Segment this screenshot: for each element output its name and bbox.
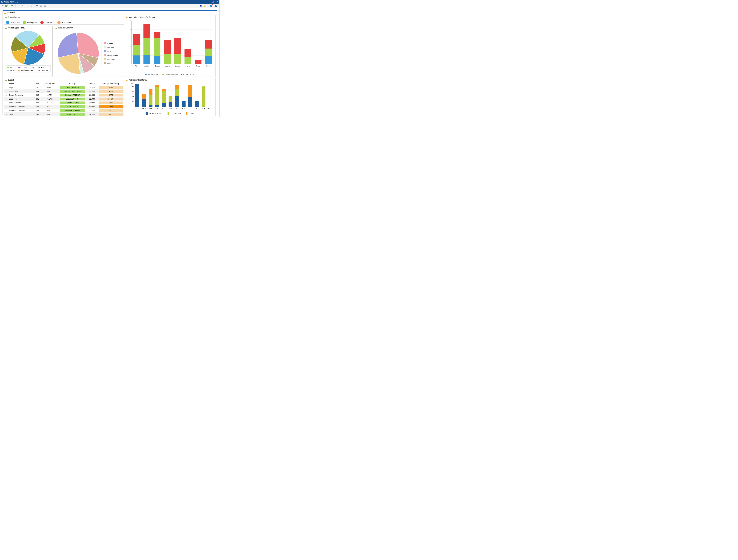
legend-item: Repair: [7, 69, 16, 71]
table-row[interactable]: 6Hampton Commons74305/20/21Kevin MARTIN$…: [4, 105, 124, 109]
x-tick: FEB: [142, 108, 146, 110]
window-close-button[interactable]: ✕: [217, 1, 218, 3]
undo-button[interactable]: ↶: [17, 4, 20, 7]
cell-index: 7: [4, 109, 8, 112]
legend-item: Belgium: [104, 46, 118, 48]
panel-more-button[interactable]: ···: [120, 27, 122, 29]
legend-item: Others: [104, 62, 118, 64]
cell-hours: 894: [34, 89, 41, 93]
help-button[interactable]: ?: [215, 4, 218, 7]
reports-more-button[interactable]: ···: [213, 12, 215, 14]
main-toolbar: ▭ + ⟳ ↶ ↷ ⬚ ⎙ ⚙ 🛒 🛒 🔑 👥 ?: [0, 4, 219, 8]
legend-label: Belgium: [107, 46, 114, 48]
bar-group: Johnny: [172, 21, 183, 64]
cell-manager: Antoine ROUSSEAU: [59, 89, 86, 93]
bar-segment: [195, 60, 202, 64]
column-header[interactable]: # H: [34, 82, 41, 86]
window-maximize-button[interactable]: ☐: [212, 1, 214, 3]
bar-segment: [205, 49, 212, 56]
print-button[interactable]: ⎙: [30, 4, 33, 7]
chart-icon: [5, 79, 7, 81]
bar-group: FEB: [141, 84, 147, 107]
column-header[interactable]: [4, 82, 8, 86]
column-header[interactable]: Budget: [86, 82, 98, 86]
bar-segment: [148, 89, 152, 95]
y-tick: 25: [132, 101, 134, 103]
table-row[interactable]: 4Seattle Pines63105/24/21Jacques SIMON$1…: [4, 97, 124, 101]
bar-segment: [143, 24, 150, 38]
settings-button[interactable]: ⚙: [36, 4, 39, 7]
bar-group: Kevin: [183, 21, 193, 64]
legend-item: COMPLETED: [180, 73, 195, 76]
x-tick: AUG: [182, 108, 186, 110]
cell-name: Jubilee Square: [8, 101, 34, 105]
panel-more-button[interactable]: ···: [120, 79, 122, 81]
bar-segment: [164, 40, 171, 54]
legend-label: Completed: [45, 21, 54, 24]
bar-group: Alice: [131, 21, 142, 64]
page-title: Reports: [7, 11, 15, 14]
y-tick: 0: [131, 63, 131, 65]
panel-more-button[interactable]: ···: [120, 16, 122, 18]
bar-segment: [168, 96, 172, 102]
column-header[interactable]: Name: [8, 82, 34, 86]
add-button[interactable]: +: [5, 4, 8, 7]
column-header[interactable]: Budget Remaining: [98, 82, 124, 86]
display-button[interactable]: ⬚: [26, 4, 29, 7]
bar-segment: [155, 87, 159, 105]
legend-label: WORK ON SITE: [149, 112, 163, 115]
window-minimize-button[interactable]: —: [207, 1, 209, 3]
legend-item: Support: [7, 66, 16, 69]
table-row[interactable]: 2Kilgore Mall89405/16/21Antoine ROUSSEAU…: [4, 89, 124, 93]
panel-more-button[interactable]: ···: [212, 79, 214, 81]
notification-icon[interactable]: 👥: [209, 4, 213, 7]
table-row[interactable]: 1Napa76105/13/21Alice GUERON$5,0004591: [4, 86, 124, 89]
x-tick: Johnny: [175, 65, 180, 67]
legend-item: IN PROGRESS: [162, 73, 178, 76]
x-tick: JAN: [136, 108, 139, 110]
cell-budget: $5,000: [86, 86, 98, 89]
cell-manager: Jacques SIMON: [59, 97, 86, 101]
cell-index: 3: [4, 93, 8, 97]
cell-name: Jersey Commons: [8, 93, 34, 97]
legend-label: Others: [107, 62, 113, 64]
bar-segment: [182, 101, 186, 107]
cell-index: 2: [4, 89, 8, 93]
table-row[interactable]: 3Jersey Commons89505/27/21Hassan LECLERC…: [4, 93, 124, 97]
table-row[interactable]: 7Hampton Commons74305/20/21Maria BEAUMON…: [4, 109, 124, 112]
cell-name: Kilgore Mall: [8, 89, 34, 93]
legend-item: Germany: [104, 58, 118, 60]
bar-segment: [154, 32, 160, 38]
bar-group: MAY: [160, 84, 167, 107]
table-row[interactable]: 8Napa14305/16/21Sylvia CORTEZ$4,500881: [4, 112, 124, 116]
legend-label: Scheduled: [10, 21, 19, 24]
legend-item: Netherlands: [104, 54, 118, 56]
bar-segment: [184, 49, 191, 57]
redo-button[interactable]: ↷: [20, 4, 24, 7]
swatch-icon: [104, 42, 106, 44]
refresh-button[interactable]: ⟳: [11, 4, 14, 7]
cart-in-button[interactable]: 🛒: [40, 4, 43, 7]
panel-more-button[interactable]: ···: [49, 27, 51, 29]
swatch-icon: [40, 21, 44, 24]
cell-hours: 895: [34, 93, 41, 97]
column-header[interactable]: Manager: [59, 82, 86, 86]
legend-label: Support: [9, 66, 16, 69]
cart-out-button[interactable]: 🛒: [44, 4, 47, 7]
cell-hours: 761: [34, 86, 41, 89]
legend-label: IN PROGRESS: [165, 73, 178, 76]
locale-flag-icon[interactable]: [200, 4, 203, 7]
key-icon[interactable]: 🔑: [204, 4, 207, 7]
table-row[interactable]: 5Jubilee Square94305/20/21Johnny SUEUR$1…: [4, 101, 124, 105]
cell-manager: Kevin MARTIN: [59, 105, 86, 109]
view-button[interactable]: ▭: [1, 4, 5, 7]
app-window: Visual Planning 8 — ☐ ✕ ▭ + ⟳ ↶ ↷ ⬚ ⎙ ⚙ …: [0, 0, 220, 117]
column-header[interactable]: Closing Date: [41, 82, 59, 86]
panel-more-button[interactable]: ···: [212, 16, 214, 18]
chart-icon: [5, 16, 7, 18]
status-legend: ScheduledIn ProgressCompletedSuspended: [5, 20, 122, 24]
y-tick: 25: [130, 20, 131, 22]
panel-title: Budget: [8, 79, 14, 81]
swatch-icon: [18, 70, 20, 71]
bar-segment: [175, 85, 179, 89]
